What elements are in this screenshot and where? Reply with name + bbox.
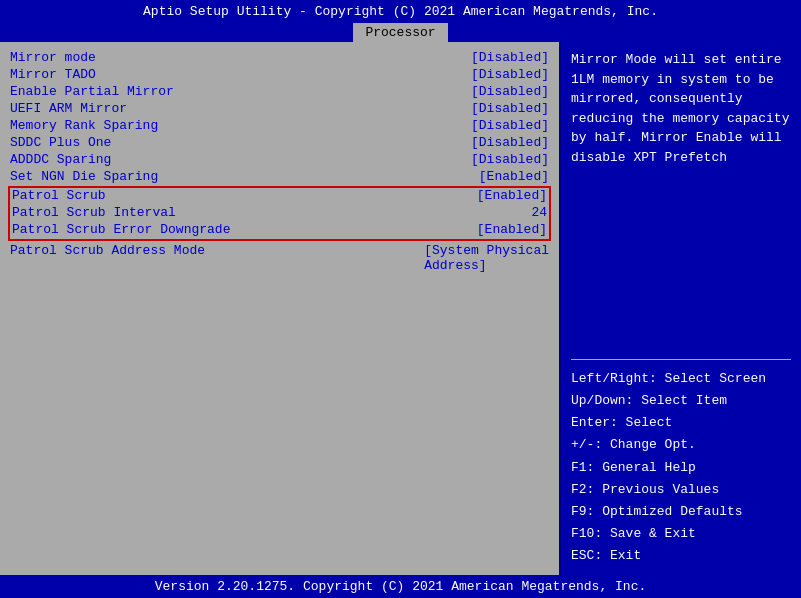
key-help-line: F10: Save & Exit xyxy=(571,523,791,545)
patrol-scrub-row[interactable]: Patrol Scrub [Enabled] xyxy=(12,188,547,203)
key-help: Left/Right: Select ScreenUp/Down: Select… xyxy=(571,368,791,567)
setting-value: [Disabled] xyxy=(471,50,549,65)
key-help-line: ESC: Exit xyxy=(571,545,791,567)
key-help-line: Up/Down: Select Item xyxy=(571,390,791,412)
setting-label: Mirror mode xyxy=(10,50,96,65)
setting-row[interactable]: Enable Partial Mirror[Disabled] xyxy=(10,84,549,99)
key-help-line: F2: Previous Values xyxy=(571,479,791,501)
setting-row[interactable]: Set NGN Die Sparing[Enabled] xyxy=(10,169,549,184)
setting-value: [Enabled] xyxy=(479,169,549,184)
setting-label: Set NGN Die Sparing xyxy=(10,169,158,184)
top-bar: Aptio Setup Utility - Copyright (C) 2021… xyxy=(0,0,801,42)
help-text: Mirror Mode will set entire 1LM memory i… xyxy=(571,50,791,351)
key-help-line: Enter: Select xyxy=(571,412,791,434)
setting-label: SDDC Plus One xyxy=(10,135,111,150)
setting-row[interactable]: UEFI ARM Mirror[Disabled] xyxy=(10,101,549,116)
setting-row[interactable]: Mirror TADO[Disabled] xyxy=(10,67,549,82)
patrol-scrub-address-label: Patrol Scrub Address Mode xyxy=(10,243,205,273)
setting-value: [Disabled] xyxy=(471,101,549,116)
key-help-line: +/-: Change Opt. xyxy=(571,434,791,456)
patrol-scrub-label: Patrol Scrub xyxy=(12,188,106,203)
setting-label: Memory Rank Sparing xyxy=(10,118,158,133)
tab-row: Processor xyxy=(0,23,801,42)
key-help-line: F1: General Help xyxy=(571,457,791,479)
setting-row[interactable]: Mirror mode[Disabled] xyxy=(10,50,549,65)
patrol-scrub-interval-row[interactable]: Patrol Scrub Interval 24 xyxy=(12,205,547,220)
setting-row[interactable]: ADDDC Sparing[Disabled] xyxy=(10,152,549,167)
top-title: Aptio Setup Utility - Copyright (C) 2021… xyxy=(0,4,801,23)
setting-label: Mirror TADO xyxy=(10,67,96,82)
setting-value: [Disabled] xyxy=(471,84,549,99)
app: Aptio Setup Utility - Copyright (C) 2021… xyxy=(0,0,801,598)
setting-value: [Disabled] xyxy=(471,67,549,82)
right-panel: Mirror Mode will set entire 1LM memory i… xyxy=(561,42,801,575)
settings-list: Mirror mode[Disabled]Mirror TADO[Disable… xyxy=(10,50,549,186)
key-help-line: F9: Optimized Defaults xyxy=(571,501,791,523)
highlighted-group: Patrol Scrub [Enabled] Patrol Scrub Inte… xyxy=(8,186,551,241)
patrol-scrub-interval-label: Patrol Scrub Interval xyxy=(12,205,176,220)
setting-value: [Disabled] xyxy=(471,135,549,150)
divider xyxy=(571,359,791,360)
processor-tab[interactable]: Processor xyxy=(353,23,447,42)
setting-label: ADDDC Sparing xyxy=(10,152,111,167)
setting-row[interactable]: Memory Rank Sparing[Disabled] xyxy=(10,118,549,133)
setting-row[interactable]: SDDC Plus One[Disabled] xyxy=(10,135,549,150)
setting-value: [Disabled] xyxy=(471,118,549,133)
patrol-scrub-interval-value: 24 xyxy=(531,205,547,220)
patrol-scrub-address-value: [System PhysicalAddress] xyxy=(424,243,549,273)
bottom-bar: Version 2.20.1275. Copyright (C) 2021 Am… xyxy=(0,575,801,598)
patrol-scrub-error-value: [Enabled] xyxy=(477,222,547,237)
key-help-line: Left/Right: Select Screen xyxy=(571,368,791,390)
patrol-scrub-error-row[interactable]: Patrol Scrub Error Downgrade [Enabled] xyxy=(12,222,547,237)
patrol-scrub-error-label: Patrol Scrub Error Downgrade xyxy=(12,222,230,237)
setting-label: Enable Partial Mirror xyxy=(10,84,174,99)
left-panel: Mirror mode[Disabled]Mirror TADO[Disable… xyxy=(0,42,561,575)
main-content: Mirror mode[Disabled]Mirror TADO[Disable… xyxy=(0,42,801,575)
patrol-scrub-address-row[interactable]: Patrol Scrub Address Mode [System Physic… xyxy=(10,243,549,273)
setting-value: [Disabled] xyxy=(471,152,549,167)
patrol-scrub-value: [Enabled] xyxy=(477,188,547,203)
setting-label: UEFI ARM Mirror xyxy=(10,101,127,116)
